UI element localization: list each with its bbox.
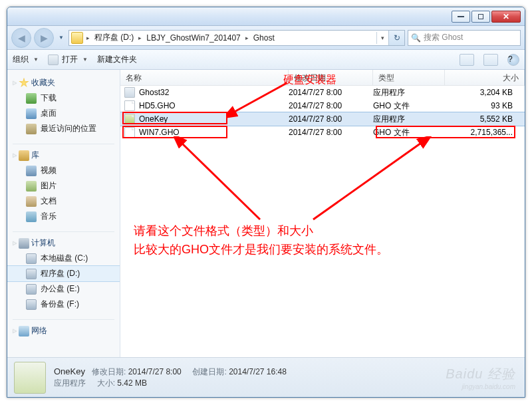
folder-icon bbox=[71, 32, 83, 44]
nav-forward-button[interactable]: ▶ bbox=[34, 28, 54, 48]
sidebar-item-recent[interactable]: 最近访问的位置 bbox=[7, 121, 120, 136]
sidebar-item-videos[interactable]: 视频 bbox=[7, 163, 120, 178]
svg-line-1 bbox=[180, 142, 260, 219]
sidebar-item-drive-e[interactable]: 办公盘 (E:) bbox=[7, 281, 120, 297]
titlebar: ✕ bbox=[7, 7, 525, 26]
sidebar-item-drive-f[interactable]: 备份盘 (F:) bbox=[7, 297, 120, 312]
sidebar-item-music[interactable]: 音乐 bbox=[7, 209, 120, 224]
breadcrumb-item[interactable]: 程序盘 (D:) bbox=[91, 31, 137, 45]
open-button[interactable]: 打开▼ bbox=[48, 54, 88, 65]
new-folder-button[interactable]: 新建文件夹 bbox=[97, 54, 137, 65]
download-icon bbox=[26, 93, 37, 104]
breadcrumb[interactable]: ▸ 程序盘 (D:) ▸ LBJY_GhostWin7_201407 ▸ Gho… bbox=[68, 30, 405, 46]
watermark: Baidu 经验 jingyan.baidu.com bbox=[446, 365, 515, 390]
refresh-button[interactable]: ↻ bbox=[388, 30, 404, 46]
details-filename: OneKey bbox=[54, 366, 85, 376]
search-placeholder: 搜索 Ghost bbox=[424, 32, 463, 43]
preview-pane-button[interactable] bbox=[483, 54, 498, 66]
computer-header[interactable]: ▷计算机 bbox=[7, 235, 120, 251]
drive-icon bbox=[26, 253, 37, 264]
col-size[interactable]: 大小 bbox=[445, 70, 525, 85]
music-icon bbox=[26, 211, 37, 222]
network-header[interactable]: ▷网络 bbox=[7, 323, 120, 338]
picture-icon bbox=[26, 181, 37, 192]
sidebar-item-desktop[interactable]: 桌面 bbox=[7, 106, 120, 121]
library-icon bbox=[19, 150, 29, 161]
maximize-button[interactable] bbox=[471, 11, 490, 23]
close-button[interactable]: ✕ bbox=[491, 11, 521, 23]
sidebar-item-downloads[interactable]: 下载 bbox=[7, 90, 120, 106]
table-row[interactable]: HD5.GHO 2014/7/27 8:00 GHO 文件 93 KB bbox=[120, 99, 525, 112]
search-icon: 🔍 bbox=[411, 33, 421, 43]
toolbar: 组织▼ 打开▼ 新建文件夹 ? bbox=[7, 50, 525, 70]
navbar: ◀ ▶ ▼ ▸ 程序盘 (D:) ▸ LBJY_GhostWin7_201407… bbox=[7, 26, 525, 50]
col-date[interactable]: 修改日期 bbox=[289, 70, 373, 85]
file-list: 名称 修改日期 类型 大小 Ghost32 2014/7/27 8:00 应用程… bbox=[120, 70, 525, 357]
arrow-icon bbox=[174, 136, 267, 223]
col-name[interactable]: 名称 bbox=[120, 70, 289, 85]
table-row[interactable]: Ghost32 2014/7/27 8:00 应用程序 3,204 KB bbox=[120, 86, 525, 99]
favorites-header[interactable]: ▷收藏夹 bbox=[7, 75, 120, 90]
app-icon bbox=[124, 87, 135, 98]
sidebar-item-documents[interactable]: 文档 bbox=[7, 194, 120, 209]
nav-history-dropdown[interactable]: ▼ bbox=[57, 31, 66, 45]
computer-icon bbox=[19, 238, 29, 249]
organize-menu[interactable]: 组织▼ bbox=[13, 54, 39, 65]
column-headers: 名称 修改日期 类型 大小 bbox=[120, 70, 525, 86]
libraries-header[interactable]: ▷库 bbox=[7, 148, 120, 163]
svg-line-2 bbox=[313, 142, 423, 219]
file-icon bbox=[124, 127, 135, 138]
col-type[interactable]: 类型 bbox=[373, 70, 445, 85]
sidebar-item-drive-d[interactable]: 程序盘 (D:) bbox=[7, 266, 120, 281]
sidebar-item-pictures[interactable]: 图片 bbox=[7, 178, 120, 194]
sidebar: ▷收藏夹 下载 桌面 最近访问的位置 ▷库 视频 图片 文档 音乐 ▷计算机 本… bbox=[7, 70, 120, 357]
breadcrumb-item[interactable]: Ghost bbox=[250, 31, 278, 45]
network-icon bbox=[19, 326, 29, 336]
recent-icon bbox=[26, 124, 37, 134]
app-icon bbox=[124, 114, 135, 124]
minimize-button[interactable] bbox=[452, 11, 470, 23]
explorer-window: ✕ ◀ ▶ ▼ ▸ 程序盘 (D:) ▸ LBJY_GhostWin7_2014… bbox=[7, 7, 525, 398]
drive-icon bbox=[26, 269, 37, 279]
help-button[interactable]: ? bbox=[507, 54, 519, 66]
table-row[interactable]: OneKey 2014/7/27 8:00 应用程序 5,552 KB bbox=[120, 112, 525, 126]
arrow-icon bbox=[307, 136, 433, 223]
app-icon bbox=[48, 55, 59, 65]
annotation-paragraph: 请看这个文件格式（类型）和大小 比较大的GHO文件才是我们要安装的系统文件。 bbox=[134, 221, 388, 259]
view-options-button[interactable] bbox=[460, 54, 474, 66]
nav-back-button[interactable]: ◀ bbox=[11, 28, 31, 48]
drive-icon bbox=[26, 299, 37, 310]
search-input[interactable]: 🔍 搜索 Ghost bbox=[408, 30, 521, 46]
desktop-icon bbox=[26, 108, 37, 119]
sidebar-item-drive-c[interactable]: 本地磁盘 (C:) bbox=[7, 251, 120, 266]
video-icon bbox=[26, 166, 37, 176]
document-icon bbox=[26, 196, 37, 207]
star-icon bbox=[19, 78, 29, 88]
breadcrumb-item[interactable]: LBJY_GhostWin7_201407 bbox=[143, 31, 243, 45]
file-thumbnail bbox=[14, 362, 46, 394]
table-row[interactable]: WIN7.GHO 2014/7/27 8:00 GHO 文件 2,715,365… bbox=[120, 126, 525, 139]
drive-icon bbox=[26, 284, 37, 295]
file-icon bbox=[124, 100, 135, 111]
